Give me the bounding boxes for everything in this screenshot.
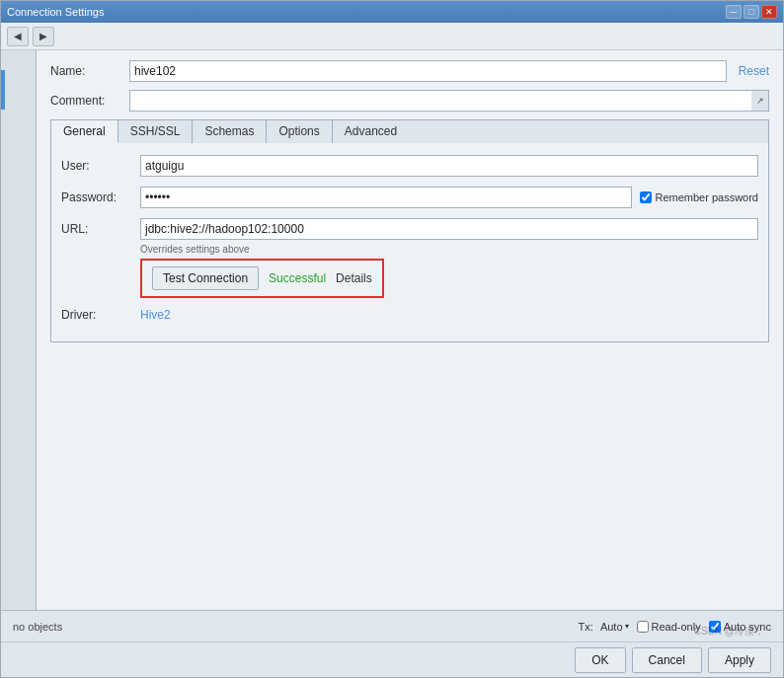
bottom-bar: no objects Tx: Auto ▾ Read-only Auto syn…: [1, 610, 783, 641]
test-connection-button[interactable]: Test Connection: [152, 266, 259, 290]
action-buttons-bar: OK Cancel Apply: [1, 641, 783, 677]
password-input[interactable]: [140, 187, 632, 208]
remember-text: Remember password: [655, 191, 758, 203]
tab-general[interactable]: General: [51, 120, 118, 143]
overrides-note: Overrides settings above: [140, 244, 758, 255]
maximize-button[interactable]: □: [744, 5, 759, 19]
comment-row: Comment: ↗: [50, 90, 769, 112]
url-label: URL:: [61, 222, 140, 236]
driver-label: Driver:: [61, 308, 140, 322]
comment-input[interactable]: [129, 90, 769, 112]
readonly-text: Read-only: [652, 621, 701, 633]
test-connection-box: Test Connection Successful Details: [140, 259, 384, 298]
driver-link[interactable]: Hive2: [140, 308, 171, 322]
name-row: Name: Reset: [50, 60, 769, 82]
titlebar-title: Connection Settings: [7, 6, 104, 18]
user-label: User:: [61, 159, 140, 173]
content-area: Name: Reset Comment: ↗ General SSH/SSL S…: [37, 50, 783, 610]
main-content: Name: Reset Comment: ↗ General SSH/SSL S…: [1, 50, 783, 610]
sidebar-indicator: [1, 70, 5, 110]
tabs-bar: General SSH/SSL Schemas Options Advanced: [51, 120, 768, 143]
remember-checkbox[interactable]: [640, 191, 652, 203]
comment-label: Comment:: [50, 94, 129, 108]
password-row: Password: Remember password: [61, 187, 758, 208]
autosync-checkbox[interactable]: [709, 621, 721, 633]
status-text: no objects: [13, 621, 62, 633]
reset-link[interactable]: Reset: [739, 64, 769, 78]
readonly-checkbox[interactable]: [637, 621, 649, 633]
tx-chevron-icon: ▾: [625, 622, 629, 631]
autosync-text: Auto sync: [724, 621, 771, 633]
driver-row: Driver: Hive2: [61, 308, 758, 322]
tab-sshssl[interactable]: SSH/SSL: [118, 120, 194, 143]
tx-dropdown[interactable]: Tx: Auto ▾: [579, 621, 629, 633]
cancel-button[interactable]: Cancel: [632, 647, 702, 673]
tx-value: Auto: [600, 621, 623, 633]
tab-schemas[interactable]: Schemas: [193, 120, 267, 143]
user-input[interactable]: [140, 155, 758, 177]
success-status: Successful: [269, 271, 326, 285]
readonly-label[interactable]: Read-only: [637, 621, 701, 633]
user-row: User:: [61, 155, 758, 177]
close-button[interactable]: ✕: [761, 5, 777, 19]
tabs-container: General SSH/SSL Schemas Options Advanced…: [50, 119, 769, 342]
remember-label[interactable]: Remember password: [640, 191, 758, 203]
sidebar: [1, 50, 37, 610]
autosync-label[interactable]: Auto sync: [709, 621, 771, 633]
titlebar-buttons: ─ □ ✕: [726, 5, 777, 19]
comment-expand-button[interactable]: ↗: [751, 90, 769, 112]
minimize-button[interactable]: ─: [726, 5, 742, 19]
tx-label: Tx:: [579, 621, 593, 633]
tab-advanced[interactable]: Advanced: [333, 120, 409, 143]
comment-input-wrap: ↗: [129, 90, 769, 112]
password-label: Password:: [61, 190, 140, 204]
back-button[interactable]: ◀: [7, 27, 29, 46]
name-label: Name:: [50, 64, 129, 78]
details-link[interactable]: Details: [336, 271, 372, 285]
tab-options[interactable]: Options: [267, 120, 332, 143]
titlebar: Connection Settings ─ □ ✕: [1, 1, 783, 23]
bottom-right: Tx: Auto ▾ Read-only Auto sync: [579, 621, 771, 633]
url-row: URL:: [61, 218, 758, 240]
ok-button[interactable]: OK: [575, 647, 625, 673]
toolbar: ◀ ▶: [1, 23, 783, 50]
url-input[interactable]: [140, 218, 758, 240]
tab-content: User: Password: Remember password: [51, 143, 768, 341]
name-input[interactable]: [129, 60, 727, 82]
apply-button[interactable]: Apply: [708, 647, 771, 673]
window: Connection Settings ─ □ ✕ ◀ ▶ Name: Rese…: [0, 0, 784, 678]
forward-button[interactable]: ▶: [33, 27, 54, 46]
